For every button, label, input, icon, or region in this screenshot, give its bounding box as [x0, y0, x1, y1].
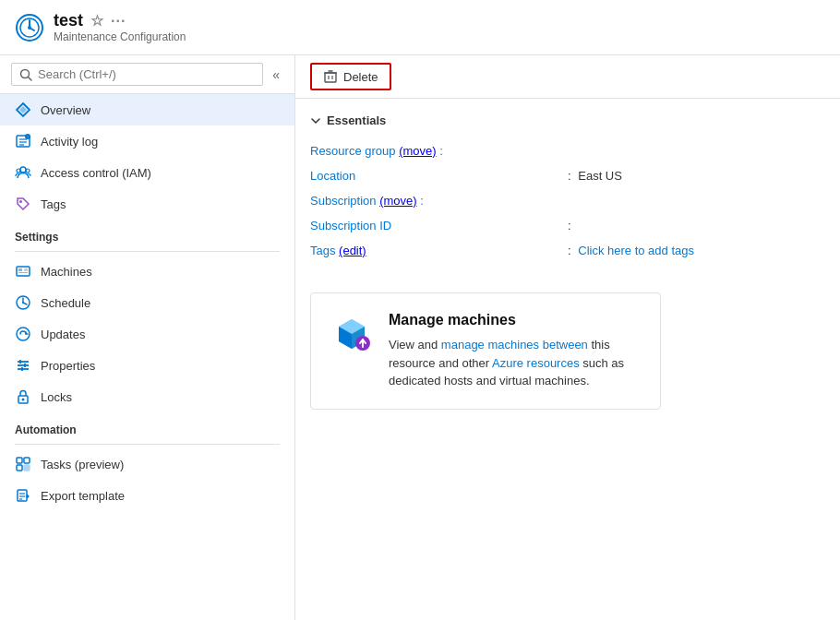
- sidebar-item-label: Activity log: [41, 135, 98, 149]
- delete-icon: [323, 69, 338, 84]
- app-icon: [15, 13, 44, 42]
- svg-point-15: [20, 167, 26, 173]
- sidebar-item-updates[interactable]: Updates: [0, 318, 294, 350]
- svg-rect-39: [24, 465, 30, 471]
- sidebar-item-label: Schedule: [41, 296, 90, 310]
- svg-rect-44: [325, 73, 336, 82]
- sidebar-item-label: Updates: [41, 328, 85, 341]
- main-layout: « Overview !: [0, 55, 840, 620]
- tags-edit-link[interactable]: (edit): [339, 244, 366, 257]
- essentials-title[interactable]: Essentials: [310, 113, 825, 127]
- essentials-label-location: Location: [310, 163, 568, 188]
- svg-rect-38: [17, 465, 22, 471]
- manage-machines-icon: [330, 312, 374, 356]
- content-area: Delete Essentials Resource group (move) …: [295, 55, 840, 620]
- app-header: test ☆ ··· Maintenance Configuration: [0, 0, 840, 55]
- tags-icon: [15, 196, 31, 212]
- sidebar-item-access-control[interactable]: Access control (IAM): [0, 157, 294, 188]
- settings-divider: [15, 251, 280, 252]
- sidebar-item-label: Overview: [41, 103, 90, 117]
- manage-card-description: View and manage machines between this re…: [389, 336, 642, 390]
- delete-button[interactable]: Delete: [310, 63, 391, 90]
- essentials-section: Essentials Resource group (move) : Locat…: [295, 99, 840, 278]
- manage-machines-card: Manage machines View and manage machines…: [310, 292, 661, 410]
- svg-rect-36: [17, 458, 22, 463]
- favorite-star[interactable]: ☆: [90, 12, 103, 30]
- search-area: «: [0, 55, 294, 94]
- svg-point-35: [22, 399, 25, 401]
- essentials-label-subscription: Subscription (move) :: [310, 188, 568, 213]
- subscription-move-link[interactable]: (move): [379, 194, 416, 208]
- svg-point-18: [19, 200, 22, 203]
- svg-line-6: [29, 77, 32, 80]
- svg-rect-19: [17, 267, 30, 276]
- collapse-button[interactable]: «: [269, 66, 283, 84]
- svg-point-4: [28, 26, 31, 30]
- add-tags-link[interactable]: Click here to add tags: [578, 244, 694, 257]
- sidebar-item-overview[interactable]: Overview: [0, 94, 294, 125]
- svg-rect-22: [24, 268, 28, 271]
- essentials-value-resource-group: [568, 138, 825, 163]
- schedule-icon: [15, 294, 31, 311]
- sidebar-item-machines[interactable]: Machines: [0, 256, 294, 287]
- collapse-icon: [310, 115, 321, 126]
- automation-divider: [15, 444, 280, 445]
- sidebar-item-label: Export template: [41, 489, 125, 503]
- title-text: test: [54, 11, 83, 30]
- export-icon: [15, 487, 31, 504]
- access-control-icon: [15, 164, 31, 181]
- svg-rect-20: [18, 268, 22, 271]
- activity-log-icon: !: [15, 133, 31, 149]
- svg-point-26: [22, 302, 24, 304]
- sidebar-item-schedule[interactable]: Schedule: [0, 287, 294, 318]
- sidebar-item-label: Tags: [41, 197, 66, 211]
- sidebar-item-label: Properties: [41, 359, 95, 373]
- svg-rect-21: [18, 272, 28, 273]
- sidebar-item-tags[interactable]: Tags: [0, 188, 294, 220]
- overview-icon: [15, 101, 31, 118]
- essentials-grid: Resource group (move) : Location : East …: [310, 138, 825, 263]
- tasks-icon: [15, 456, 31, 472]
- sidebar-item-properties[interactable]: Properties: [0, 350, 294, 381]
- resource-title: test ☆ ···: [54, 11, 186, 30]
- essentials-label-tags: Tags (edit): [310, 238, 568, 263]
- sidebar-item-activity-log[interactable]: ! Activity log: [0, 125, 294, 157]
- svg-marker-8: [19, 106, 27, 113]
- svg-text:!: !: [27, 135, 28, 139]
- manage-card-title: Manage machines: [389, 312, 642, 328]
- essentials-value-subscription: [568, 188, 825, 213]
- locks-icon: [15, 388, 31, 405]
- search-input[interactable]: [38, 67, 255, 81]
- manage-card-content: Manage machines View and manage machines…: [389, 312, 642, 390]
- automation-section-header: Automation: [0, 412, 294, 440]
- resource-group-move-link[interactable]: (move): [399, 144, 436, 158]
- sidebar-item-locks[interactable]: Locks: [0, 381, 294, 412]
- sidebar-item-label: Access control (IAM): [41, 166, 151, 180]
- sidebar-item-label: Machines: [41, 265, 92, 279]
- sidebar-item-label: Tasks (preview): [41, 458, 124, 471]
- svg-rect-37: [24, 458, 30, 463]
- machines-icon: [15, 263, 31, 280]
- sidebar-item-export-template[interactable]: Export template: [0, 480, 294, 511]
- essentials-label-subscription-id: Subscription ID: [310, 213, 568, 238]
- sidebar-item-tasks[interactable]: Tasks (preview): [0, 448, 294, 480]
- properties-icon: [15, 357, 31, 374]
- essentials-value-location: : East US: [568, 163, 825, 188]
- title-area: test ☆ ··· Maintenance Configuration: [54, 11, 186, 43]
- search-box[interactable]: [11, 63, 263, 86]
- essentials-value-tags: : Click here to add tags: [568, 238, 825, 263]
- sidebar-item-label: Locks: [41, 390, 72, 404]
- sidebar: « Overview !: [0, 55, 295, 620]
- delete-label: Delete: [343, 70, 378, 84]
- settings-section-header: Settings: [0, 220, 294, 247]
- essentials-label-resource-group: Resource group (move) :: [310, 138, 568, 163]
- search-icon: [19, 68, 32, 81]
- more-options[interactable]: ···: [111, 13, 126, 30]
- essentials-value-subscription-id: :: [568, 213, 825, 238]
- resource-type: Maintenance Configuration: [54, 30, 186, 43]
- updates-icon: [15, 326, 31, 342]
- toolbar: Delete: [295, 55, 840, 99]
